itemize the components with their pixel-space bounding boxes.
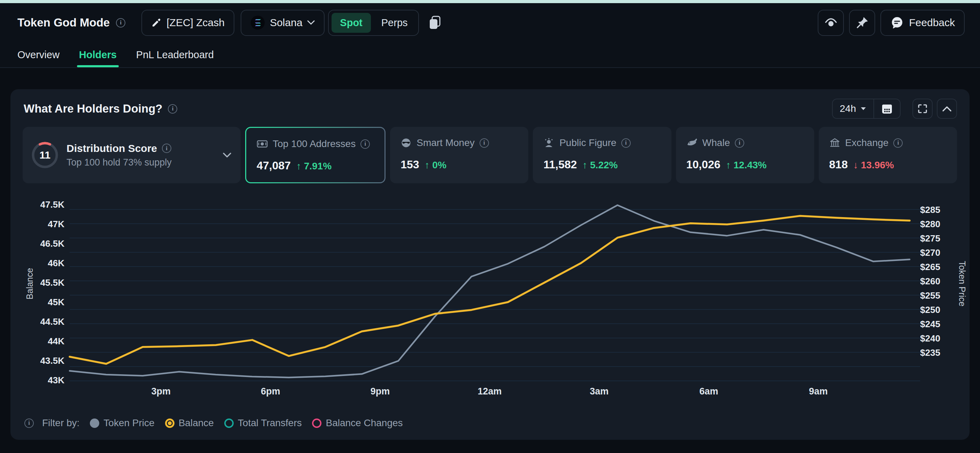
left-axis-tick: 44.5K [40, 316, 65, 327]
stat-card-change: ↑ 0% [425, 160, 447, 171]
title-info-icon[interactable] [116, 18, 126, 27]
left-axis-tick: 43.5K [40, 356, 65, 366]
stat-card-value-row: 11,582↑ 5.22% [543, 158, 661, 171]
stat-card-change: ↓ 13.96% [853, 160, 894, 171]
stat-card-header: Top 100 Addresses [257, 138, 374, 150]
stat-card-whale[interactable]: Whale10,026↑ 12.43% [676, 127, 814, 183]
left-axis-tick: 45K [48, 297, 64, 307]
chevron-up-icon [942, 105, 952, 112]
banknote-icon [257, 138, 268, 150]
spot-tab[interactable]: Spot [331, 13, 371, 33]
right-axis-tick: $260 [920, 276, 940, 286]
calendar-button[interactable] [874, 99, 900, 118]
x-axis-tick: 6am [699, 386, 718, 397]
legend-item-label: Balance Changes [326, 418, 402, 429]
stat-card-smart-money[interactable]: Smart Money153↑ 0% [390, 127, 528, 183]
stat-card-header: Exchange [829, 137, 947, 148]
fullscreen-icon [917, 104, 928, 114]
chevron-down-icon [860, 107, 867, 111]
tab-label: PnL Leaderboard [136, 49, 214, 61]
watch-button[interactable] [818, 10, 844, 36]
holders-chart: 47.5K47K46.5K46K45.5K45K44.5K44K43.5K43K… [10, 192, 970, 405]
pin-button[interactable] [849, 10, 875, 36]
main-area: What Are Holders Doing? 24h [0, 68, 980, 453]
legend-item-token-price[interactable]: Token Price [90, 418, 154, 429]
right-axis-tick: $235 [920, 348, 940, 358]
stat-card-value: 818 [829, 158, 848, 171]
right-axis-tick: $285 [920, 204, 940, 215]
stat-card-value: 153 [401, 158, 419, 171]
stat-card-title: Top 100 Addresses [273, 138, 356, 150]
tab-holders[interactable]: Holders [79, 42, 117, 67]
collapse-button[interactable] [937, 99, 957, 119]
left-axis-title: Balance [25, 268, 35, 299]
stat-card-change: ↑ 7.91% [296, 161, 331, 172]
stat-info-icon[interactable] [893, 138, 903, 148]
distribution-score-card[interactable]: 11 Distribution Score Top 100 hold 73% s… [23, 127, 241, 183]
distribution-subtitle: Top 100 hold 73% supply [67, 157, 172, 168]
left-axis-tick: 47K [48, 219, 64, 229]
stat-card-value-row: 10,026↑ 12.43% [686, 158, 804, 171]
app-header: Token God Mode [ZEC] Zcash Solana Spot P… [0, 3, 980, 42]
right-axis-tick: $275 [920, 233, 940, 244]
stat-card-title: Exchange [845, 137, 889, 148]
filter-by-label: Filter by: [42, 418, 80, 429]
legend-info-icon [24, 418, 34, 428]
x-axis-tick: 3pm [151, 386, 171, 397]
tab-label: Overview [18, 49, 60, 61]
token-price-line [70, 205, 910, 377]
right-axis-tick: $270 [920, 247, 940, 258]
legend-item-label: Total Transfers [238, 418, 302, 429]
timeframe-dropdown[interactable]: 24h [833, 99, 873, 118]
token-select-label: [ZEC] Zcash [167, 17, 224, 29]
public-figure-icon [543, 137, 554, 148]
smart-money-icon [401, 137, 412, 148]
perps-tab[interactable]: Perps [374, 17, 415, 29]
stat-card-header: Smart Money [401, 137, 518, 148]
copy-button[interactable] [428, 15, 442, 30]
x-axis-tick: 3am [590, 386, 609, 397]
x-axis-tick: 9pm [371, 386, 390, 397]
solana-icon [250, 15, 265, 30]
stat-card-change: ↑ 5.22% [583, 160, 618, 171]
stat-card-top-100-addresses[interactable]: Top 100 Addresses47,087↑ 7.91% [245, 127, 385, 183]
right-axis-tick: $245 [920, 319, 940, 329]
fullscreen-button[interactable] [912, 99, 933, 119]
feedback-button[interactable]: Feedback [880, 10, 965, 36]
chat-bubble-icon [890, 16, 904, 30]
left-axis-tick: 46K [48, 258, 64, 268]
network-select-button[interactable]: Solana [241, 10, 325, 36]
timeframe-control: 24h [832, 99, 900, 119]
solid-swatch-icon [90, 418, 99, 428]
stat-info-icon[interactable] [735, 138, 744, 148]
stat-info-icon[interactable] [480, 138, 489, 148]
panel-info-icon[interactable] [168, 104, 177, 113]
legend-item-balance-changes[interactable]: Balance Changes [312, 418, 402, 429]
stat-card-value-row: 47,087↑ 7.91% [257, 159, 374, 172]
tab-pnl-leaderboard[interactable]: PnL Leaderboard [136, 42, 214, 67]
stat-card-exchange[interactable]: Exchange818↓ 13.96% [819, 127, 957, 183]
stat-info-icon[interactable] [621, 138, 631, 148]
token-select-button[interactable]: [ZEC] Zcash [142, 10, 234, 36]
browser-top-strip [0, 0, 980, 3]
chevron-down-icon [223, 152, 232, 158]
feedback-label: Feedback [909, 17, 955, 29]
right-axis-title: Token Price [957, 261, 967, 307]
legend-item-total-transfers[interactable]: Total Transfers [224, 418, 302, 429]
distribution-info-icon[interactable] [162, 144, 171, 153]
legend-item-balance[interactable]: Balance [165, 418, 214, 429]
x-axis-tick: 12am [477, 386, 501, 397]
stat-card-public-figure[interactable]: Public Figure11,582↑ 5.22% [533, 127, 671, 183]
stat-info-icon[interactable] [360, 139, 370, 149]
stat-card-header: Public Figure [543, 137, 661, 148]
x-axis-tick: 9am [809, 386, 828, 397]
section-tabs: OverviewHoldersPnL Leaderboard [0, 42, 980, 68]
stat-card-title: Whale [702, 137, 730, 148]
holders-panel: What Are Holders Doing? 24h [10, 89, 970, 440]
distribution-title: Distribution Score [67, 142, 157, 155]
stat-card-value-row: 153↑ 0% [401, 158, 518, 171]
market-type-toggle: Spot Perps [328, 10, 418, 36]
right-axis-tick: $255 [920, 290, 940, 301]
radio-swatch-icon [165, 418, 175, 428]
tab-overview[interactable]: Overview [18, 42, 60, 67]
